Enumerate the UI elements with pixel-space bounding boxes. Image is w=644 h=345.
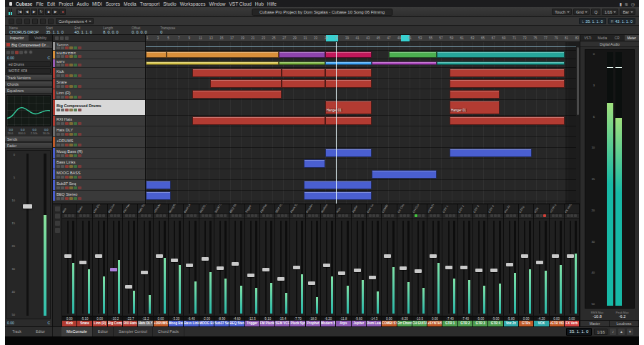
mixer-channel-pluck-synth[interactable]: Pluck Synth-7.70Pluck Synth — [290, 204, 305, 326]
record-arm-button[interactable] — [65, 176, 69, 179]
mixer-channel-arps[interactable]: Arps-11.8Arps — [336, 204, 351, 326]
clip-linn-05[interactable]: Linn 05 — [450, 90, 500, 99]
mute-button[interactable] — [217, 214, 219, 217]
edit-channel-button[interactable] — [437, 214, 440, 217]
mute-button[interactable] — [125, 214, 128, 217]
fader-cap[interactable] — [430, 254, 437, 258]
section-track-versions[interactable]: Track Versions — [5, 74, 52, 81]
edit-channel-button[interactable] — [361, 214, 364, 217]
mixer-channel-bass-links[interactable]: Bass Links-6.40Bass Links — [184, 204, 199, 326]
write-button[interactable] — [78, 109, 81, 111]
clip-markers[interactable] — [389, 51, 437, 58]
track-row-bass-links[interactable]: Bass Links — [53, 159, 145, 169]
cycle-button[interactable]: ↻ — [38, 9, 44, 15]
monitor-button[interactable] — [69, 165, 73, 168]
mixer-channel-ch-guitar[interactable]: CH GUITAR-10.5CH GUITAR — [412, 204, 427, 326]
lower-zone-tab-sampler-control[interactable]: Sampler Control — [114, 327, 153, 336]
fader-cap[interactable] — [262, 268, 269, 271]
fader-cap[interactable] — [110, 268, 117, 271]
track-lane-tempo[interactable] — [146, 42, 580, 51]
menubar-item-hub[interactable]: Hub — [255, 1, 264, 6]
mini-time-display[interactable]: 35. 1. 1. 0 — [566, 328, 593, 336]
channel-name-label[interactable]: MOOG BASS — [199, 321, 214, 326]
rightzone-tab-meter[interactable]: Meter — [625, 35, 640, 41]
midi-keyboard-icon[interactable]: ♪ — [610, 329, 616, 335]
mute-button[interactable] — [110, 214, 113, 217]
solo-button[interactable] — [220, 214, 223, 217]
section-chords[interactable]: Chords — [5, 81, 52, 87]
read-button[interactable] — [74, 46, 77, 49]
fader-cap[interactable] — [475, 269, 482, 272]
record-arm-button[interactable] — [65, 55, 69, 58]
solo-button[interactable] — [403, 214, 406, 217]
channel-name-label[interactable]: +GTR VOX — [550, 321, 564, 326]
play-button[interactable]: ▶ — [52, 9, 59, 15]
mixer-channel-gtr-chords[interactable]: Gtr Chords-8.20Gtr Chords — [397, 204, 412, 326]
edit-channel-button[interactable] — [376, 214, 379, 217]
track-lane-big-compressed-drums[interactable]: Hanger 01Hanger 01 — [146, 100, 580, 116]
tool-glue-icon[interactable] — [32, 19, 38, 24]
monitor-button[interactable] — [69, 96, 73, 99]
mute-button[interactable] — [171, 214, 174, 217]
solo-button[interactable] — [387, 214, 390, 217]
mute-button[interactable] — [521, 214, 524, 217]
tool-erase-icon[interactable] — [40, 19, 46, 24]
clip-moog-bass-05[interactable]: Moog Bass_05 — [304, 159, 325, 168]
menubar-item-audio[interactable]: Audio — [76, 1, 89, 6]
menubar-item-hilfe[interactable]: Hilfe — [267, 1, 277, 6]
channel-name-label[interactable]: SEM VCF Soft — [275, 321, 289, 326]
solo-button[interactable] — [449, 214, 452, 217]
track-lane-hats-dly[interactable] — [146, 126, 580, 137]
track-lane-midi[interactable] — [146, 59, 580, 68]
mute-button[interactable] — [56, 165, 60, 168]
clip-kick-05[interactable]: Kick 05 — [325, 69, 372, 77]
menubar-item-transport[interactable]: Transport — [140, 1, 160, 6]
mute-button[interactable] — [384, 214, 387, 217]
edit-channel-button[interactable] — [224, 214, 227, 217]
solo-button[interactable] — [61, 144, 64, 146]
fader-cap[interactable] — [186, 264, 193, 267]
channel-name-label[interactable]: Snare — [77, 321, 91, 326]
mixer-view-icon[interactable] — [55, 214, 60, 219]
fader-cap[interactable] — [369, 276, 376, 279]
channel-name-label[interactable]: GTR 4 — [488, 321, 502, 326]
menubar-item-workspaces[interactable]: Workspaces — [180, 1, 206, 6]
write-button[interactable] — [78, 186, 81, 189]
read-button[interactable] — [74, 133, 77, 136]
mini-quantize[interactable]: 1/16 — [594, 329, 608, 335]
clip-pre-chorus[interactable]: PRE CHORUS — [279, 51, 325, 58]
record-arm-button[interactable] — [65, 186, 69, 189]
playhead-cursor[interactable] — [336, 42, 337, 204]
write-button[interactable] — [78, 64, 81, 66]
channel-name-label[interactable]: Pluck Synth — [290, 321, 304, 326]
monitor-button[interactable] — [69, 197, 73, 200]
solo-button[interactable] — [61, 109, 64, 111]
track-row-moog-bass-r[interactable]: Moog Bass (R) — [53, 148, 145, 159]
fader-cap[interactable] — [95, 254, 102, 258]
solo-button[interactable] — [190, 214, 193, 217]
mute-button[interactable] — [308, 214, 311, 217]
clip-sub37-seq-05[interactable]: Sub37 Seq_05 — [304, 181, 372, 189]
mixer-channel-beq-stereo[interactable]: BEQ Stereo-4.60BEQ Stereo — [229, 204, 244, 326]
mute-button[interactable] — [202, 214, 204, 217]
clip-chorus-drop[interactable]: CHORUS DROP — [325, 51, 372, 58]
track-lane-snare[interactable]: Snare 05Snare 05 — [146, 79, 580, 89]
fader-cap[interactable] — [247, 274, 254, 277]
write-button[interactable] — [78, 55, 81, 58]
fader-cap[interactable] — [460, 266, 467, 269]
edit-channel-button[interactable] — [330, 214, 333, 217]
track-row-sub37-seq[interactable]: Sub37 Seq — [53, 180, 145, 191]
monitor-button[interactable] — [69, 85, 73, 88]
mixer-channel-sem-vcf-soft[interactable]: SEM VCF Soft-15.4SEM VCF Soft — [275, 204, 290, 326]
clip-linn-05[interactable]: Linn 05 — [192, 90, 282, 99]
edit-channel-button[interactable] — [269, 214, 272, 217]
read-button[interactable] — [74, 74, 77, 77]
mute-button[interactable] — [56, 186, 60, 189]
solo-button[interactable] — [61, 133, 64, 136]
read-button[interactable] — [74, 197, 77, 200]
mute-button[interactable] — [56, 133, 60, 136]
menubar-item-cubase[interactable]: Cubase — [16, 1, 32, 6]
solo-button[interactable] — [235, 214, 238, 217]
edit-channel-button[interactable] — [467, 214, 470, 217]
clip-midi[interactable] — [437, 61, 565, 65]
